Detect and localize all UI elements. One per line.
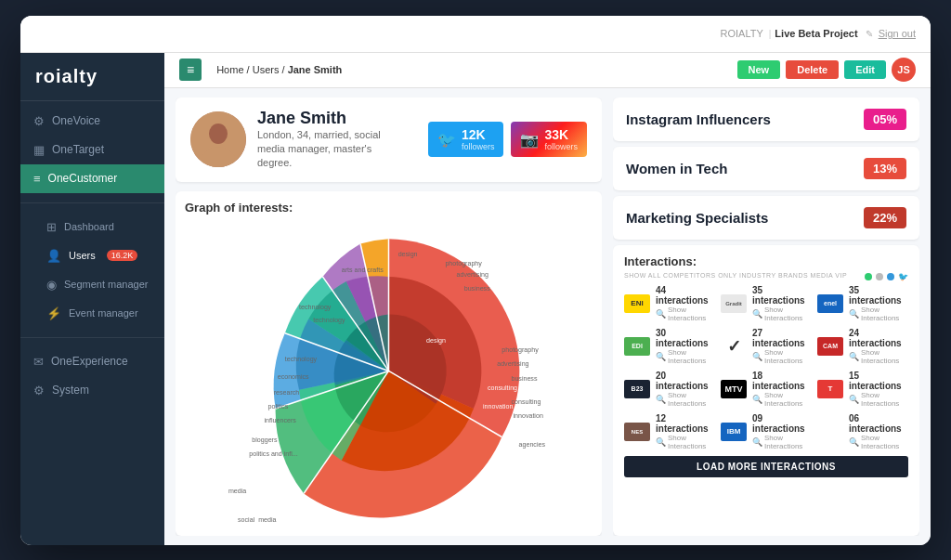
svg-text:business: business [511,374,537,382]
new-button[interactable]: New [737,60,781,79]
list-item: EDI 30 interactions 🔍 Show Interactions [624,328,715,365]
breadcrumb-users: Users [253,64,280,75]
content-area: ≡ Home / Users / Jane Smith New Delete E… [164,53,931,545]
profile-info: Jane Smith London, 34, married, social m… [257,109,406,171]
segment-name-instagram: Instagram Influencers [626,111,771,127]
list-item: enel 35 interactions 🔍 Show Interactions [817,285,908,322]
header-actions: New Delete Edit JS [737,58,916,82]
svg-text:consulting: consulting [511,398,541,406]
filter-dots: 🐦 [865,272,908,281]
interaction-count: 27 interactions [752,328,812,348]
show-interactions-link[interactable]: 🔍 Show Interactions [849,348,908,365]
segment-pct-marketing: 22% [864,207,906,228]
dot-blue [887,273,894,280]
svg-text:social_media: social_media [238,516,276,522]
interaction-count: 35 interactions [849,285,908,306]
segment-card-marketing[interactable]: Marketing Specialists 22% [613,196,919,240]
page-content: Jane Smith London, 34, married, social m… [164,88,931,545]
svg-text:research: research [274,388,300,396]
avatar [190,111,246,167]
brand-logo-apple [817,423,843,441]
system-icon: ⚙ [33,384,45,397]
segment-name-women: Women in Tech [626,161,727,176]
show-interactions-link[interactable]: 🔍 Show Interactions [656,391,715,408]
load-more-button[interactable]: LOAD MORE INTERACTIONS [624,456,908,477]
twitter-icon: 🐦 [437,131,456,149]
breadcrumb-home: Home [216,64,243,75]
breadcrumb-current: Jane Smith [288,64,343,75]
sidebar-label-onecustomer: OneCustomer [48,172,118,185]
instagram-count: 33K [544,127,578,142]
sidebar-item-dashboard[interactable]: ⊞ Dashboard [20,213,164,241]
graph-section: Graph of interests: [176,191,602,536]
signout-link[interactable]: Sign out [879,28,916,39]
sidebar-label-system: System [52,384,89,397]
content-header: ≡ Home / Users / Jane Smith New Delete E… [164,53,931,88]
interaction-count: 24 interactions [849,328,908,348]
show-interactions-link[interactable]: 🔍 Show Interactions [752,306,812,322]
interactions-grid: ENI 44 interactions 🔍 Show Interactions [624,285,908,450]
svg-text:technology: technology [285,356,318,363]
menu-toggle-button[interactable]: ≡ [179,59,202,81]
svg-point-1 [209,124,228,144]
onevoice-icon: ⚙ [33,114,45,128]
list-item: IBM 09 interactions 🔍 Show Interactions [721,413,812,450]
sidebar-item-onetarget[interactable]: ▦ OneTarget [20,136,164,164]
brand-logo-graditafund: Gradit [721,294,747,313]
sidebar: roialty ⚙ OneVoice ▦ OneTarget ≡ OneCust… [20,53,164,545]
twitter-stat: 🐦 12K followers [428,122,504,157]
svg-text:politics and infl...: politics and infl... [249,449,297,457]
user-avatar-button[interactable]: JS [892,58,916,82]
interactions-filter: SHOW ALL COMPETITORS ONLY INDUSTRY BRAND… [624,272,847,279]
interaction-count: 06 interactions [849,413,908,434]
dot-gray [876,273,883,280]
users-icon: 👤 [46,249,61,263]
oneexperience-icon: ✉ [33,355,44,369]
sidebar-item-users[interactable]: 👤 Users 16.2K [20,241,164,270]
show-interactions-link[interactable]: 🔍 Show Interactions [849,434,908,450]
svg-text:consulting: consulting [488,384,517,391]
list-item: T 15 interactions 🔍 Show Interactions [817,371,908,408]
project-label: Live Beta Project [775,28,857,39]
sidebar-item-onevoice[interactable]: ⚙ OneVoice [20,107,164,136]
graph-title: Graph of interests: [185,201,593,215]
list-item: NES 12 interactions 🔍 Show Interactions [624,413,715,450]
interaction-count: 09 interactions [752,413,812,434]
sidebar-divider [20,202,164,203]
sidebar-item-event-manager[interactable]: ⚡ Event manager [20,299,164,328]
instagram-icon: 📷 [520,131,539,149]
show-interactions-link[interactable]: 🔍 Show Interactions [656,434,715,450]
svg-text:business: business [464,285,490,293]
sidebar-item-oneexperience[interactable]: ✉ OneExperience [20,347,164,376]
svg-text:politics: politics [268,403,289,410]
show-interactions-link[interactable]: 🔍 Show Interactions [656,306,715,322]
list-item: MTV 18 interactions 🔍 Show Interactions [721,371,812,408]
list-item: Gradit 35 interactions 🔍 Show Interactio… [721,285,812,322]
interaction-count: 30 interactions [656,328,715,348]
segment-card-women[interactable]: Women in Tech 13% [613,147,919,190]
show-interactions-link[interactable]: 🔍 Show Interactions [752,391,812,408]
interaction-count: 12 interactions [656,413,715,434]
edit-button[interactable]: Edit [844,60,886,79]
twitter-filter-icon: 🐦 [898,272,908,281]
sidebar-item-system[interactable]: ⚙ System [20,376,164,405]
svg-text:advertising: advertising [457,271,489,279]
sidebar-item-onecustomer[interactable]: ≡ OneCustomer [20,164,164,193]
show-interactions-link[interactable]: 🔍 Show Interactions [752,348,812,365]
event-icon: ⚡ [46,306,61,320]
sidebar-label-event: Event manager [69,307,138,319]
svg-text:innovation: innovation [513,412,542,420]
left-panel: Jane Smith London, 34, married, social m… [176,98,602,536]
brand-label: ROIALTY [720,28,762,39]
show-interactions-link[interactable]: 🔍 Show Interactions [849,306,908,322]
svg-text:media: media [228,488,246,495]
onecustomer-icon: ≡ [33,172,41,186]
delete-button[interactable]: Delete [786,60,839,79]
sidebar-label-segment: Segment manager [64,279,149,290]
show-interactions-link[interactable]: 🔍 Show Interactions [752,434,812,450]
dashboard-icon: ⊞ [46,220,57,234]
segment-card-instagram[interactable]: Instagram Influencers 05% [613,98,919,141]
show-interactions-link[interactable]: 🔍 Show Interactions [849,391,908,408]
show-interactions-link[interactable]: 🔍 Show Interactions [656,348,715,365]
sidebar-item-segment-manager[interactable]: ◉ Segment manager [20,270,164,299]
